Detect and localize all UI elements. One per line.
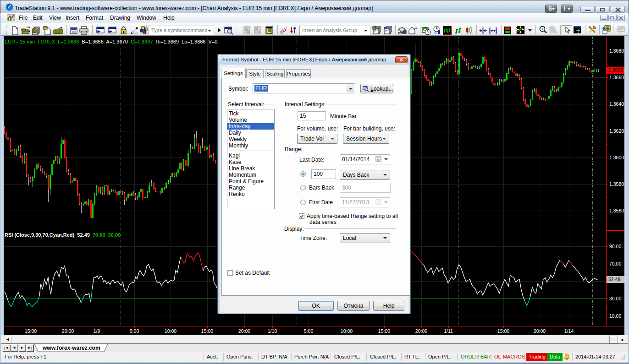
svg-text:1.3666: 1.3666 [608,67,623,73]
svg-text:5:00: 5:00 [304,328,314,334]
svg-text:RSI (Close,9,30,70,Cyan,Red): RSI (Close,9,30,70,Cyan,Red) 52.49 70.00… [5,232,121,238]
svg-text:1/9: 1/9 [94,328,100,334]
svg-text:T: T [577,29,580,34]
svg-text:1.3560: 1.3560 [609,208,624,213]
svg-text:10:00: 10:00 [165,328,177,334]
svg-text:90.00: 90.00 [609,244,621,249]
svg-text:1.3640: 1.3640 [609,101,624,107]
svg-text:15:00: 15:00 [25,328,37,334]
svg-text:EUR - 15 min FOREX L=1.3666: EUR - 15 min FOREX L=1.3666 B=1.3666 A=1… [5,39,217,44]
svg-text:1/11: 1/11 [444,328,453,334]
svg-text:5:00: 5:00 [130,328,139,334]
svg-text:1.3620: 1.3620 [609,128,624,134]
svg-text:1.3600: 1.3600 [609,155,624,160]
svg-text:20:00: 20:00 [62,328,74,334]
svg-text:15:00: 15:00 [201,328,213,334]
svg-text:10.00: 10.00 [609,313,621,319]
svg-text:1/10: 1/10 [268,328,277,334]
svg-text:1/14: 1/14 [564,328,574,334]
svg-text:1.3580: 1.3580 [609,181,624,187]
svg-text:15:00: 15:00 [497,328,509,334]
svg-text:20:00: 20:00 [238,328,250,334]
svg-text:1.3680: 1.3680 [609,48,624,54]
svg-text:30.00: 30.00 [609,296,621,301]
svg-text:M: M [384,26,387,30]
svg-text:20:00: 20:00 [534,328,546,334]
svg-text:70.00: 70.00 [609,261,621,266]
svg-text:1.3660: 1.3660 [609,75,624,80]
svg-text:10:00: 10:00 [341,328,353,334]
svg-text:15:00: 15:00 [378,328,390,334]
svg-text:52.49: 52.49 [608,277,620,282]
svg-text:20:00: 20:00 [415,328,427,334]
